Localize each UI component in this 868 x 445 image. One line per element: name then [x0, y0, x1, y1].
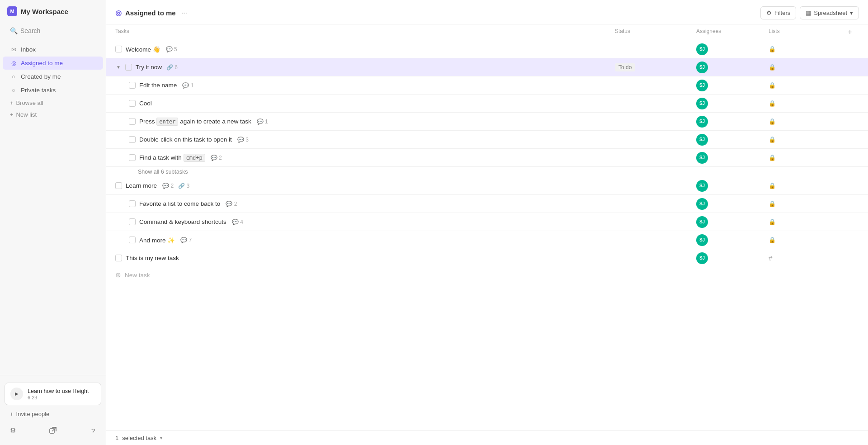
lock-icon: 🔒: [769, 218, 776, 225]
table-row[interactable]: This is my new task SJ #: [106, 249, 868, 267]
col-assignees: Assignees: [696, 28, 769, 36]
col-status: Status: [615, 28, 696, 36]
hash-icon: #: [769, 254, 772, 262]
avatar: SJ: [696, 116, 708, 128]
lock-icon: 🔒: [769, 100, 776, 107]
avatar: SJ: [696, 80, 708, 91]
task-checkbox[interactable]: [115, 255, 122, 261]
assignee-cell: SJ: [696, 180, 769, 192]
new-window-icon[interactable]: [47, 424, 59, 437]
lock-icon: 🔒: [769, 64, 776, 71]
sidebar-item-private[interactable]: ○ Private tasks: [3, 84, 103, 97]
table-row[interactable]: Welcome 👋 💬 5 SJ 🔒: [106, 40, 868, 58]
task-name: Press enter again to create a new task: [139, 118, 251, 125]
task-name: Try it now: [136, 64, 162, 71]
show-subtasks-label: Show all 6 subtasks: [138, 169, 188, 175]
workspace-header[interactable]: M My Workspace: [0, 0, 106, 23]
sidebar-item-label: Assigned to me: [21, 60, 63, 66]
assigned-header-icon: ◎: [115, 9, 122, 17]
task-name-cell: And more ✨ 💬 7: [129, 237, 615, 244]
sidebar-item-assigned[interactable]: ◎ Assigned to me: [3, 57, 103, 70]
sidebar-item-inbox[interactable]: ✉ Inbox: [3, 43, 103, 56]
task-comment-count: 💬 1: [257, 118, 268, 125]
chevron-down-icon[interactable]: ▾: [160, 436, 162, 440]
main-title-group: ◎ Assigned to me ···: [115, 8, 189, 18]
play-button[interactable]: ▶: [10, 388, 23, 400]
avatar: SJ: [696, 62, 708, 73]
table-row[interactable]: Press enter again to create a new task 💬…: [106, 113, 868, 131]
task-checkbox[interactable]: [129, 154, 136, 161]
spreadsheet-button[interactable]: ▦ Spreadsheet ▾: [800, 6, 859, 19]
task-checkbox[interactable]: [115, 46, 122, 52]
task-name-cell: Press enter again to create a new task 💬…: [129, 118, 615, 125]
created-icon: ○: [10, 73, 17, 80]
task-checkbox[interactable]: [129, 118, 136, 125]
expand-arrow[interactable]: ▼: [115, 64, 122, 71]
status-cell: To do: [615, 63, 696, 71]
workspace-label: My Workspace: [21, 8, 68, 15]
task-checkbox[interactable]: [125, 64, 132, 71]
main-content: ◎ Assigned to me ··· ⚙ Filters ▦ Spreads…: [106, 0, 868, 445]
filter-icon: ⚙: [766, 9, 772, 16]
table-row[interactable]: Favorite a list to come back to 💬 2 SJ 🔒: [106, 195, 868, 213]
learn-card[interactable]: ▶ Learn how to use Height 6:23: [5, 383, 101, 405]
new-task-plus-icon: ⊕: [115, 271, 121, 279]
table-row[interactable]: And more ✨ 💬 7 SJ 🔒: [106, 231, 868, 249]
table-row[interactable]: Find a task with cmd+p 💬 2 SJ 🔒: [106, 149, 868, 167]
lock-icon: 🔒: [769, 82, 776, 89]
browse-all-button[interactable]: + Browse all: [3, 97, 103, 109]
assigned-icon: ◎: [10, 60, 17, 66]
sidebar-item-created[interactable]: ○ Created by me: [3, 70, 103, 83]
table-header: Tasks Status Assignees Lists +: [106, 24, 868, 40]
table-row[interactable]: Learn more 💬 2 🔗 3 SJ 🔒: [106, 177, 868, 195]
task-checkbox[interactable]: [129, 136, 136, 143]
search-button[interactable]: 🔍 Search: [5, 24, 100, 37]
task-name-cell: Edit the name 💬 1: [129, 82, 615, 89]
task-checkbox[interactable]: [129, 82, 136, 89]
task-name: Edit the name: [139, 82, 177, 89]
new-task-row[interactable]: ⊕ New task: [106, 267, 868, 283]
assignee-cell: SJ: [696, 152, 769, 164]
task-checkbox[interactable]: [129, 237, 136, 243]
task-name-cell: Cool: [129, 100, 615, 107]
task-checkbox[interactable]: [129, 100, 136, 107]
invite-button[interactable]: + Invite people: [3, 408, 103, 420]
table-row[interactable]: Cool SJ 🔒: [106, 95, 868, 113]
add-column-button[interactable]: +: [841, 28, 859, 36]
new-list-button[interactable]: + New list: [3, 109, 103, 120]
sidebar: M My Workspace 🔍 Search ✉ Inbox ◎ Assign…: [0, 0, 106, 445]
lists-cell: 🔒: [769, 182, 841, 189]
task-comment-count: 💬 3: [237, 137, 249, 143]
help-icon[interactable]: ?: [87, 424, 99, 437]
task-checkbox[interactable]: [129, 200, 136, 207]
settings-icon[interactable]: ⚙: [6, 424, 19, 437]
task-name-cell: Welcome 👋 💬 5: [115, 46, 615, 53]
show-subtasks-button[interactable]: Show all 6 subtasks: [106, 167, 868, 177]
task-name-cell: ▼ Try it now 🔗 6: [115, 64, 615, 71]
invite-label: Invite people: [16, 411, 50, 417]
toolbar-right: ⚙ Filters ▦ Spreadsheet ▾: [760, 6, 859, 19]
lock-icon: 🔒: [769, 136, 776, 143]
task-checkbox[interactable]: [115, 182, 122, 189]
task-comment-count: 💬 2: [162, 183, 174, 189]
filters-button[interactable]: ⚙ Filters: [760, 6, 796, 19]
spreadsheet-label: Spreadsheet: [814, 9, 847, 16]
task-comment-count: 💬 1: [182, 82, 193, 89]
table-row[interactable]: ▼ Try it now 🔗 6 To do SJ 🔒: [106, 58, 868, 76]
task-checkbox[interactable]: [129, 218, 136, 225]
assignee-cell: SJ: [696, 43, 769, 55]
browse-label: Browse all: [16, 99, 43, 106]
private-icon: ○: [10, 87, 17, 94]
task-name: Double-click on this task to open it: [139, 136, 232, 143]
table-row[interactable]: Command & keyboard shortcuts 💬 4 SJ 🔒: [106, 213, 868, 231]
filters-label: Filters: [774, 9, 790, 16]
table-row[interactable]: Edit the name 💬 1 SJ 🔒: [106, 76, 868, 95]
task-name: And more ✨: [139, 237, 175, 244]
lists-cell: 🔒: [769, 100, 841, 107]
sidebar-footer: ⚙ ?: [0, 421, 106, 440]
more-options-button[interactable]: ···: [179, 8, 189, 18]
table-row[interactable]: Double-click on this task to open it 💬 3…: [106, 131, 868, 149]
main-header: ◎ Assigned to me ··· ⚙ Filters ▦ Spreads…: [106, 0, 868, 24]
lock-icon: 🔒: [769, 200, 776, 207]
task-name-cell: This is my new task: [115, 255, 615, 261]
